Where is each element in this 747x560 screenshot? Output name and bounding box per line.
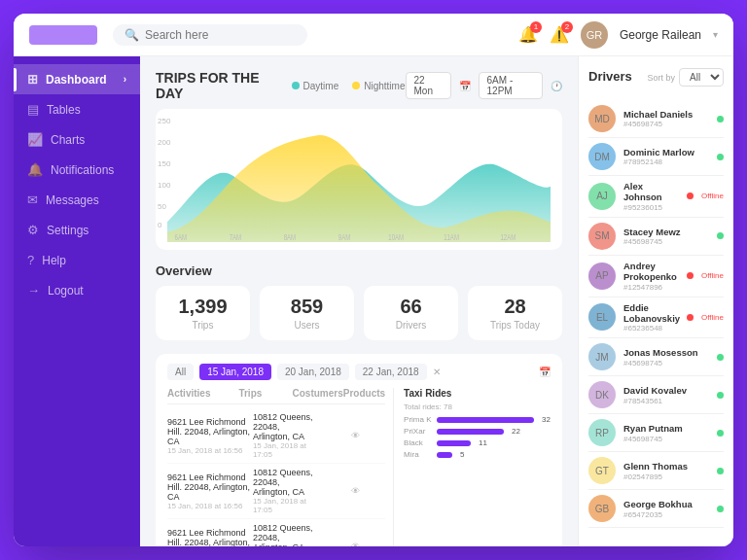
driver-item[interactable]: MD Michael Daniels #45698745 (588, 100, 724, 138)
dashboard-icon: ⊞ (27, 72, 38, 87)
taxi-bar-2 (437, 429, 504, 435)
calendar-filter-icon[interactable]: 📅 (539, 367, 551, 377)
warning-icon[interactable]: ⚠️ 2 (550, 25, 569, 45)
nighttime-label: Nighttime (364, 81, 405, 91)
sidebar-item-logout[interactable]: → Logout (14, 275, 140, 305)
sidebar-item-settings[interactable]: ⚙ Settings (14, 215, 140, 245)
taxi-num-2: 22 (512, 427, 520, 436)
status-dot (717, 506, 724, 512)
users-label: Users (271, 320, 342, 331)
activities-section: All 15 Jan, 2018 20 Jan, 2018 22 Jan, 20… (156, 354, 562, 546)
driver-avatar: RP (588, 419, 616, 446)
overview-title: Overview (156, 263, 562, 278)
driver-item[interactable]: AJ Alex Johnson #95236015 Offline (588, 176, 724, 218)
driver-avatar: DK (588, 381, 616, 408)
status-dot (717, 392, 724, 399)
taxi-bar-1 (437, 417, 534, 423)
help-icon: ? (27, 253, 34, 267)
date-tab-22jan[interactable]: 22 Jan, 2018 (355, 364, 427, 380)
calendar-icon[interactable]: 📅 (459, 81, 471, 91)
sidebar: ⊞ Dashboard › ▤ Tables 📈 Charts 🔔 Notifi… (14, 56, 140, 546)
date-tab-all[interactable]: All (167, 364, 194, 380)
driver-name: David Kovalev (623, 385, 709, 396)
offline-label: Offline (701, 313, 724, 322)
driver-item[interactable]: DK David Kovalev #78543561 (588, 376, 724, 414)
driver-info: Stacey Mewz #45698745 (623, 227, 709, 246)
offline-label: Offline (701, 192, 724, 200)
svg-text:7AM: 7AM (230, 232, 241, 242)
chart-container: 250 200 150 100 50 0 (156, 109, 562, 250)
drivers-list: MD Michael Daniels #45698745 DM Dominic … (588, 100, 724, 528)
row3-addr: 9621 Lee Richmond Hill. 22048, Arlington… (167, 528, 253, 547)
driver-item[interactable]: DM Dominic Marlow #78952148 (588, 138, 724, 176)
driver-avatar: EL (588, 303, 616, 331)
driver-item[interactable]: GT Glenn Thomas #02547895 (588, 452, 724, 490)
driver-avatar: AJ (588, 183, 616, 210)
driver-avatar: GT (588, 457, 616, 484)
driver-item[interactable]: JM Jonas Mosesson #45698745 (588, 338, 724, 376)
driver-item[interactable]: AP Andrey Prokopenko #12547896 Offline (588, 256, 724, 298)
eye-icon-3[interactable]: 👁 (351, 542, 360, 546)
date-chip[interactable]: 22 Mon (406, 72, 451, 99)
time-chip[interactable]: 6AM - 12PM (479, 72, 543, 99)
trips-today-label: Trips Today (480, 320, 551, 331)
charts-icon: 📈 (27, 132, 43, 147)
sort-select[interactable]: All (679, 68, 724, 87)
search-bar[interactable]: 🔍 (113, 24, 307, 46)
user-chevron-icon[interactable]: ▾ (713, 29, 718, 40)
taxi-bar-4 (437, 452, 452, 458)
driver-info: Dominic Marlow #78952148 (623, 147, 709, 166)
col-header-customers: Costumers (293, 388, 343, 399)
chart-header: TRIPS FOR THE DAY Daytime Nighttime 22 M… (156, 70, 562, 101)
driver-id: #65236548 (623, 324, 679, 332)
trips-value: 1,399 (167, 296, 238, 318)
chart-controls: 22 Mon 📅 6AM - 12PM 🕐 (406, 72, 563, 99)
driver-item[interactable]: EL Eddie Lobanovskiy #65236548 Offline (588, 298, 724, 339)
status-dot (717, 468, 724, 474)
chart-legend: Daytime Nighttime (292, 81, 406, 91)
clock-icon[interactable]: 🕐 (551, 81, 562, 91)
status-dot (687, 272, 694, 279)
svg-text:6AM: 6AM (175, 232, 187, 242)
sidebar-item-tables[interactable]: ▤ Tables (14, 94, 140, 124)
driver-id: #12547896 (623, 283, 679, 292)
sidebar-label-help: Help (42, 254, 66, 267)
sidebar-item-notifications[interactable]: 🔔 Notifications (14, 155, 140, 185)
driver-item[interactable]: GB George Bokhua #65472035 (588, 490, 724, 528)
eye-icon-1[interactable]: 👁 (351, 431, 360, 440)
search-input[interactable] (145, 28, 296, 42)
driver-name: Ryan Putnam (623, 423, 709, 434)
date-tab-20jan[interactable]: 20 Jan, 2018 (277, 364, 349, 380)
sidebar-item-charts[interactable]: 📈 Charts (14, 124, 140, 155)
user-avatar[interactable]: GR (581, 21, 608, 49)
close-tab-icon[interactable]: ✕ (433, 367, 441, 377)
status-dot (717, 116, 724, 122)
sidebar-item-help[interactable]: ? Help (14, 245, 140, 275)
logout-icon: → (27, 283, 40, 298)
users-value: 859 (271, 296, 342, 318)
taxi-bar-primak: Prima K 32 (404, 415, 551, 424)
eye-icon-2[interactable]: 👁 (351, 486, 360, 496)
topbar-right: 🔔 1 ⚠️ 2 GR George Railean ▾ (518, 21, 718, 49)
date-tab-15jan[interactable]: 15 Jan, 2018 (199, 364, 271, 380)
driver-item[interactable]: RP Ryan Putnam #45698745 (588, 414, 724, 452)
driver-name: Dominic Marlow (623, 147, 709, 158)
sidebar-item-dashboard[interactable]: ⊞ Dashboard › (14, 64, 140, 94)
drivers-title: Drivers (588, 69, 632, 84)
driver-item[interactable]: SM Stacey Mewz #45698745 (588, 218, 724, 256)
y-label-0: 0 (158, 221, 161, 229)
driver-info: David Kovalev #78543561 (623, 385, 709, 404)
trips-today-value: 28 (480, 296, 551, 318)
driver-name: Jonas Mosesson (623, 347, 709, 358)
driver-avatar: JM (588, 343, 616, 370)
drivers-panel: Drivers Sort by All MD Michael Daniels #… (578, 56, 733, 546)
bell-icon[interactable]: 🔔 1 (518, 25, 538, 45)
driver-info: Ryan Putnam #45698745 (623, 423, 709, 442)
drivers-label: Drivers (375, 320, 446, 331)
row2-trip-date: 15 Jan, 2018 at 17:05 (253, 497, 317, 514)
driver-avatar: SM (588, 223, 616, 250)
notification-badge: 1 (530, 21, 542, 33)
sidebar-item-messages[interactable]: ✉ Messages (14, 185, 140, 215)
taxi-total: Total rides: 78 (404, 402, 551, 411)
overview-card-trips: 1,399 Trips (156, 286, 250, 340)
